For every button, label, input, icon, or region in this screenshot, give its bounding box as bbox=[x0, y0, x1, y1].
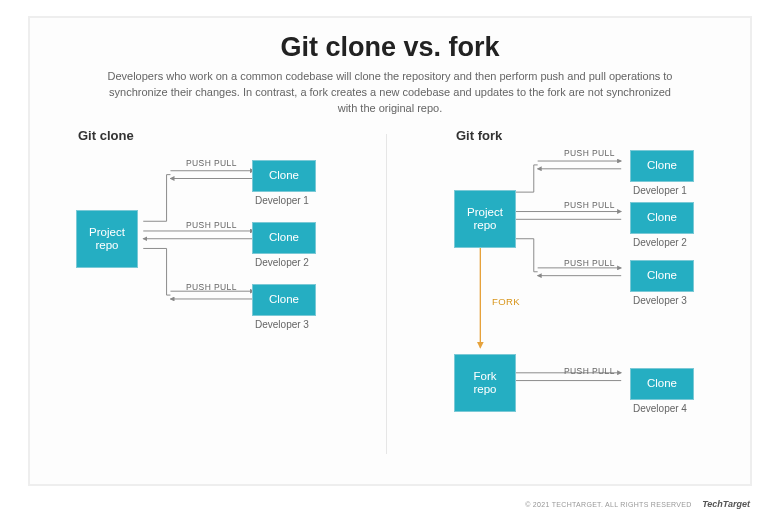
box-clone-right-4: Clone bbox=[630, 368, 694, 400]
label-fork: FORK bbox=[492, 296, 520, 307]
label-pushpull-left-2: PUSH PULL bbox=[186, 220, 237, 230]
label-pushpull-left-3: PUSH PULL bbox=[186, 282, 237, 292]
box-clone-left-2: Clone bbox=[252, 222, 316, 254]
label-pushpull-right-2: PUSH PULL bbox=[564, 200, 615, 210]
caption-dev-2-right: Developer 2 bbox=[633, 237, 687, 248]
box-clone-right-2: Clone bbox=[630, 202, 694, 234]
box-clone-left-1: Clone bbox=[252, 160, 316, 192]
attribution: © 2021 TECHTARGET. ALL RIGHTS RESERVED T… bbox=[525, 499, 750, 509]
label-pushpull-right-4: PUSH PULL bbox=[564, 366, 615, 376]
box-fork-repo: Fork repo bbox=[454, 354, 516, 412]
section-label-clone: Git clone bbox=[78, 128, 134, 143]
label-pushpull-right-1: PUSH PULL bbox=[564, 148, 615, 158]
box-clone-right-1: Clone bbox=[630, 150, 694, 182]
label-pushpull-right-3: PUSH PULL bbox=[564, 258, 615, 268]
diagram-frame: Git clone vs. fork Developers who work o… bbox=[28, 16, 752, 486]
box-project-repo-right: Project repo bbox=[454, 190, 516, 248]
box-clone-left-3: Clone bbox=[252, 284, 316, 316]
caption-dev-3-right: Developer 3 bbox=[633, 295, 687, 306]
title: Git clone vs. fork bbox=[30, 18, 750, 63]
subtitle: Developers who work on a common codebase… bbox=[100, 69, 680, 117]
brand-text: TechTarget bbox=[702, 499, 750, 509]
caption-dev-1-left: Developer 1 bbox=[255, 195, 309, 206]
caption-dev-2-left: Developer 2 bbox=[255, 257, 309, 268]
caption-dev-3-left: Developer 3 bbox=[255, 319, 309, 330]
label-pushpull-left-1: PUSH PULL bbox=[186, 158, 237, 168]
diagram-canvas: Git clone Project repo Clone Developer 1… bbox=[30, 128, 750, 468]
section-label-fork: Git fork bbox=[456, 128, 502, 143]
caption-dev-1-right: Developer 1 bbox=[633, 185, 687, 196]
caption-dev-4-right: Developer 4 bbox=[633, 403, 687, 414]
copyright-text: © 2021 TECHTARGET. ALL RIGHTS RESERVED bbox=[525, 501, 691, 508]
box-project-repo-left: Project repo bbox=[76, 210, 138, 268]
box-clone-right-3: Clone bbox=[630, 260, 694, 292]
